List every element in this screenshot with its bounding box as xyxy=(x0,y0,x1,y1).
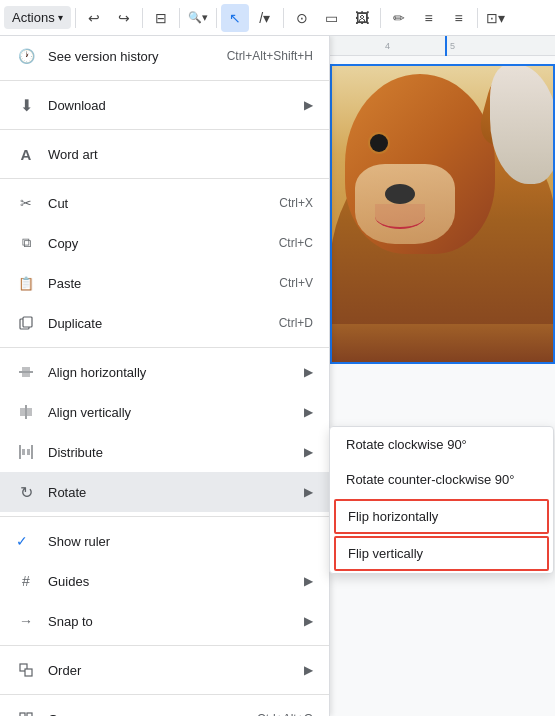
selection-border xyxy=(330,64,555,364)
menu-item-paste[interactable]: 📋 Paste Ctrl+V xyxy=(0,263,329,303)
actions-chevron: ▾ xyxy=(58,12,63,23)
rotate-cw-label: Rotate clockwise 90° xyxy=(346,437,467,452)
menu-item-copy[interactable]: ⧉ Copy Ctrl+C xyxy=(0,223,329,263)
download-label: Download xyxy=(48,98,300,113)
snap-to-label: Snap to xyxy=(48,614,300,629)
canvas-content[interactable] xyxy=(330,56,555,716)
undo-button[interactable]: ↩ xyxy=(80,4,108,32)
rotate-icon: ↻ xyxy=(16,482,36,502)
actions-button[interactable]: Actions ▾ xyxy=(4,6,71,29)
copy-icon: ⧉ xyxy=(16,233,36,253)
flip-h-item[interactable]: Flip horizontally xyxy=(334,499,549,534)
menu-item-duplicate[interactable]: Duplicate Ctrl+D xyxy=(0,303,329,343)
distribute-icon xyxy=(16,442,36,462)
toolbar-separator-4 xyxy=(216,8,217,28)
rotate-ccw-item[interactable]: Rotate counter-clockwise 90° xyxy=(330,462,553,497)
align-h-icon xyxy=(16,362,36,382)
paste-icon: 📋 xyxy=(16,273,36,293)
download-arrow: ▶ xyxy=(304,98,313,112)
snap-to-arrow: ▶ xyxy=(304,614,313,628)
menu-item-order[interactable]: Order ▶ xyxy=(0,650,329,690)
text-tool[interactable]: ≡ xyxy=(415,4,443,32)
divider-1 xyxy=(0,80,329,81)
align-v-label: Align vertically xyxy=(48,405,300,420)
svg-rect-4 xyxy=(22,373,30,377)
distribute-label: Distribute xyxy=(48,445,300,460)
shapes-tool[interactable]: ⊙ xyxy=(288,4,316,32)
actions-label: Actions xyxy=(12,10,55,25)
show-ruler-label: Show ruler xyxy=(48,534,313,549)
guides-label: Guides xyxy=(48,574,300,589)
pen-tool[interactable]: ✏ xyxy=(385,4,413,32)
rotate-label: Rotate xyxy=(48,485,300,500)
version-history-label: See version history xyxy=(48,49,219,64)
svg-rect-10 xyxy=(22,449,25,455)
menu-item-rotate[interactable]: ↻ Rotate ▶ xyxy=(0,472,329,512)
crop-tool[interactable]: ⊡▾ xyxy=(482,4,510,32)
cut-icon: ✂ xyxy=(16,193,36,213)
print-button[interactable]: ⊟ xyxy=(147,4,175,32)
menu-item-align-h[interactable]: Align horizontally ▶ xyxy=(0,352,329,392)
svg-rect-7 xyxy=(27,408,32,416)
version-history-shortcut: Ctrl+Alt+Shift+H xyxy=(227,49,313,63)
flip-v-label: Flip vertically xyxy=(348,546,423,561)
select-tool[interactable]: ↖ xyxy=(221,4,249,32)
zoom-button[interactable]: 🔍▾ xyxy=(184,4,212,32)
guides-arrow: ▶ xyxy=(304,574,313,588)
menu-item-group[interactable]: Group Ctrl+Alt+G xyxy=(0,699,329,716)
rotate-arrow: ▶ xyxy=(304,485,313,499)
duplicate-icon xyxy=(16,313,36,333)
divider-7 xyxy=(0,694,329,695)
group-label: Group xyxy=(48,712,249,717)
menu-item-version-history[interactable]: 🕐 See version history Ctrl+Alt+Shift+H xyxy=(0,36,329,76)
toolbar: Actions ▾ ↩ ↪ ⊟ 🔍▾ ↖ /▾ ⊙ ▭ 🖼 ✏ ≡ ≡ ⊡▾ xyxy=(0,0,555,36)
list-tool[interactable]: ≡ xyxy=(445,4,473,32)
divider-6 xyxy=(0,645,329,646)
rect-tool[interactable]: ▭ xyxy=(318,4,346,32)
menu-item-guides[interactable]: # Guides ▶ xyxy=(0,561,329,601)
canvas-area: 4 5 xyxy=(330,36,555,716)
menu-item-snap-to[interactable]: → Snap to ▶ xyxy=(0,601,329,641)
menu-item-cut[interactable]: ✂ Cut Ctrl+X xyxy=(0,183,329,223)
menu-item-word-art[interactable]: A Word art xyxy=(0,134,329,174)
copy-label: Copy xyxy=(48,236,271,251)
menu-item-align-v[interactable]: Align vertically ▶ xyxy=(0,392,329,432)
word-art-label: Word art xyxy=(48,147,313,162)
divider-5 xyxy=(0,516,329,517)
cut-shortcut: Ctrl+X xyxy=(279,196,313,210)
show-ruler-check: ✓ xyxy=(16,533,36,549)
svg-rect-1 xyxy=(23,317,32,327)
version-history-icon: 🕐 xyxy=(16,46,36,66)
menu-item-distribute[interactable]: Distribute ▶ xyxy=(0,432,329,472)
image-tool[interactable]: 🖼 xyxy=(348,4,376,32)
group-shortcut: Ctrl+Alt+G xyxy=(257,712,313,716)
rotate-ccw-label: Rotate counter-clockwise 90° xyxy=(346,472,515,487)
menu-item-show-ruler[interactable]: ✓ Show ruler xyxy=(0,521,329,561)
main-area: 🕐 See version history Ctrl+Alt+Shift+H ⬇… xyxy=(0,36,555,716)
copy-shortcut: Ctrl+C xyxy=(279,236,313,250)
redo-button[interactable]: ↪ xyxy=(110,4,138,32)
snap-to-icon: → xyxy=(16,611,36,631)
svg-rect-3 xyxy=(22,367,30,371)
flip-h-label: Flip horizontally xyxy=(348,509,438,524)
horizontal-ruler: 4 5 xyxy=(330,36,555,56)
rotate-submenu: Rotate clockwise 90° Rotate counter-cloc… xyxy=(329,426,554,574)
menu-item-download[interactable]: ⬇ Download ▶ xyxy=(0,85,329,125)
distribute-arrow: ▶ xyxy=(304,445,313,459)
word-art-icon: A xyxy=(16,144,36,164)
order-arrow: ▶ xyxy=(304,663,313,677)
toolbar-separator-3 xyxy=(179,8,180,28)
line-tool[interactable]: /▾ xyxy=(251,4,279,32)
toolbar-separator-6 xyxy=(380,8,381,28)
svg-rect-11 xyxy=(27,449,30,455)
cut-label: Cut xyxy=(48,196,271,211)
group-icon xyxy=(16,709,36,716)
toolbar-separator-5 xyxy=(283,8,284,28)
order-label: Order xyxy=(48,663,300,678)
flip-v-item[interactable]: Flip vertically xyxy=(334,536,549,571)
svg-rect-13 xyxy=(25,669,32,676)
menu-panel: 🕐 See version history Ctrl+Alt+Shift+H ⬇… xyxy=(0,36,330,716)
divider-4 xyxy=(0,347,329,348)
order-icon xyxy=(16,660,36,680)
rotate-cw-item[interactable]: Rotate clockwise 90° xyxy=(330,427,553,462)
